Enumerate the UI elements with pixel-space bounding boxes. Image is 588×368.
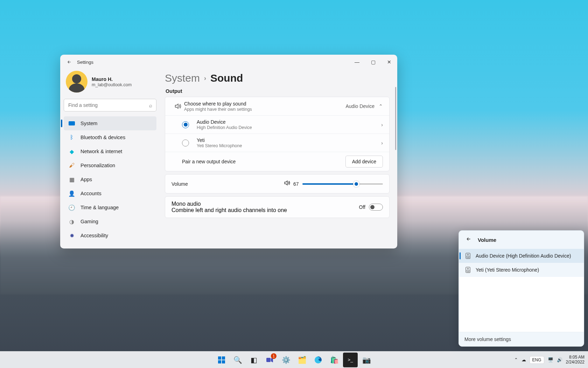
flyout-title: Volume [478,237,496,243]
output-card: Choose where to play sound Apps might ha… [165,97,390,171]
device-name: Yeti [197,137,381,143]
speaker-icon [172,102,184,110]
store-button[interactable]: 🛍️ [327,353,342,367]
output-device-row[interactable]: Yeti Yeti Stereo Microphone › [165,134,389,152]
paintbrush-icon: 🖌 [69,162,75,169]
minimize-button[interactable]: ― [349,56,365,68]
close-button[interactable]: ✕ [381,56,397,68]
sidebar-item-label: Apps [80,177,92,182]
clock-icon: 🕘 [69,204,75,211]
taskbar: 🔍 ◧ 1 ⚙️ 🗂️ 🛍️ >_ 📷 ⌃ ☁ ENG 🖥️ 🔊 8:05 AM… [0,351,588,368]
user-profile[interactable]: Mauro H. m_lab@outlook.com [64,69,156,99]
task-view-button[interactable]: ◧ [246,353,261,367]
teams-badge: 1 [271,353,276,359]
onedrive-icon[interactable]: ☁ [522,357,526,362]
choose-output-sub: Apps might have their own settings [184,107,346,112]
radio-unselected[interactable] [182,139,189,146]
apps-icon: ▦ [69,176,75,183]
speaker-device-icon [465,253,471,259]
language-indicator[interactable]: ENG [530,356,544,364]
flyout-device-item[interactable]: Audio Device (High Definition Audio Devi… [459,249,584,263]
sidebar-item-bluetooth[interactable]: ᛒ Bluetooth & devices [64,130,156,144]
flyout-spacer [459,277,584,332]
maximize-button[interactable]: ▢ [365,56,381,68]
explorer-button[interactable]: 🗂️ [295,353,309,367]
sidebar-item-label: Gaming [80,219,98,224]
mono-title: Mono audio [172,201,359,207]
bluetooth-icon: ᛒ [69,134,75,141]
flyout-back-button[interactable] [464,236,473,244]
sidebar-item-gaming[interactable]: ◑ Gaming [64,214,156,229]
mono-sub: Combine left and right audio channels in… [172,207,359,213]
search-input[interactable] [64,99,156,111]
chevron-up-icon: ⌃ [379,103,383,109]
svg-point-4 [468,268,468,269]
choose-output-value: Audio Device [346,103,375,109]
settings-window: Settings ― ▢ ✕ Mauro H. m_lab@outlook.co… [60,55,397,248]
start-button[interactable] [214,353,229,367]
flyout-device-item[interactable]: Yeti (Yeti Stereo Microphone) [459,263,584,277]
tray-overflow-button[interactable]: ⌃ [514,357,518,362]
volume-label: Volume [172,181,284,187]
sidebar-item-label: Network & internet [80,149,122,154]
sidebar-item-accounts[interactable]: 👤 Accounts [64,186,156,200]
sidebar-item-time[interactable]: 🕘 Time & language [64,200,156,214]
window-title: Settings [77,60,93,65]
choose-output-row[interactable]: Choose where to play sound Apps might ha… [165,97,389,115]
choose-output-title: Choose where to play sound [184,101,346,107]
sidebar-item-label: Bluetooth & devices [80,135,125,140]
volume-value: 67 [293,181,299,187]
svg-rect-6 [266,358,271,362]
mono-toggle[interactable] [369,204,383,211]
sidebar-item-network[interactable]: ◆ Network & internet [64,144,156,158]
edge-button[interactable] [311,353,326,367]
main-content: System › Sound Output Choose where to pl… [160,69,397,248]
add-device-button[interactable]: Add device [345,156,383,168]
flyout-footer[interactable]: More volume settings [459,332,584,346]
chevron-right-icon[interactable]: › [381,122,383,128]
sidebar: Mauro H. m_lab@outlook.com ⌕ System ᛒ Bl… [60,69,160,248]
search-button[interactable]: 🔍 [230,353,245,367]
titlebar: Settings ― ▢ ✕ [60,55,397,69]
speaker-device-icon [465,267,471,273]
profile-name: Mauro H. [92,76,132,82]
sidebar-item-label: Accounts [80,191,102,196]
chevron-right-icon: › [204,75,206,82]
page-title: Sound [210,72,243,84]
pair-device-label: Pair a new output device [182,159,345,164]
device-sub: High Definition Audio Device [197,125,381,130]
svg-point-5 [467,270,469,272]
volume-slider[interactable] [302,183,383,185]
sidebar-item-personalization[interactable]: 🖌 Personalization [64,158,156,172]
sidebar-item-accessibility[interactable]: ✹ Accessibility [64,229,156,243]
radio-selected[interactable] [182,121,189,128]
settings-taskbar-button[interactable]: ⚙️ [279,353,293,367]
output-device-row[interactable]: Audio Device High Definition Audio Devic… [165,115,389,134]
clock-tray[interactable]: 8:05 AM 2/24/2022 [566,355,584,365]
volume-card: Volume 67 [165,174,390,193]
device-sub: Yeti Stereo Microphone [197,143,381,148]
back-button[interactable] [66,59,72,65]
breadcrumb-parent[interactable]: System [165,72,200,84]
camera-button[interactable]: 📷 [359,353,374,367]
sidebar-item-system[interactable]: System [64,116,156,130]
scrollbar-thumb[interactable] [395,87,396,150]
chevron-right-icon[interactable]: › [381,140,383,146]
volume-flyout: Volume Audio Device (High Definition Aud… [458,230,584,347]
device-name: Audio Device [197,119,381,125]
tray-date: 2/24/2022 [566,360,584,365]
sidebar-item-label: Time & language [80,205,119,210]
sidebar-item-label: Accessibility [80,233,108,238]
speaker-icon[interactable] [284,179,290,188]
mono-card: Mono audio Combine left and right audio … [165,196,390,218]
terminal-button[interactable]: >_ [343,353,358,367]
wifi-icon: ◆ [69,148,75,155]
pair-device-row: Pair a new output device Add device [165,152,389,171]
tray-time: 8:05 AM [566,355,584,360]
sidebar-item-apps[interactable]: ▦ Apps [64,172,156,186]
sound-tray-icon[interactable]: 🔊 [557,357,562,362]
accessibility-icon: ✹ [69,232,75,239]
teams-button[interactable]: 1 [262,353,277,367]
network-tray-icon[interactable]: 🖥️ [548,357,553,362]
flyout-footer-label: More volume settings [464,336,511,342]
